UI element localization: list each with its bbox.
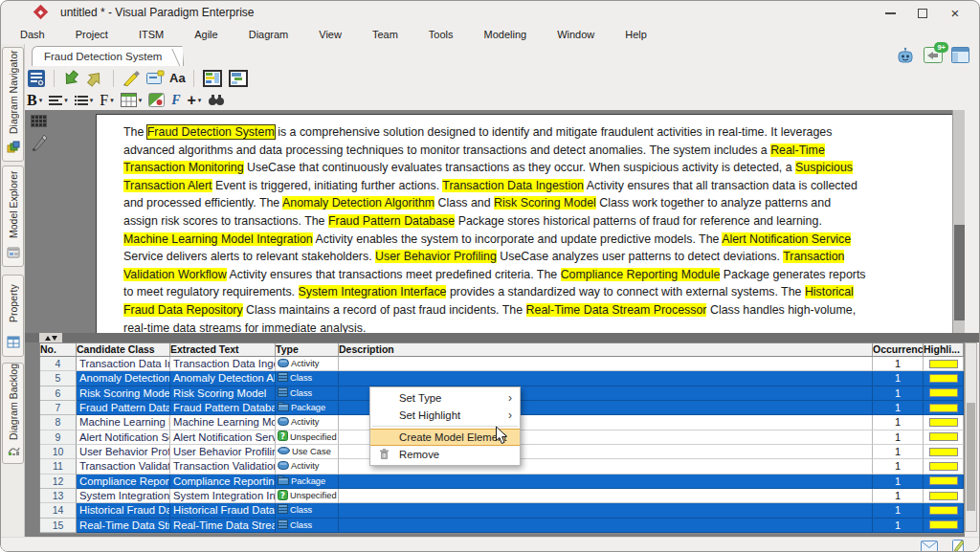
font-button[interactable]: F▾ xyxy=(100,92,113,109)
type-cell[interactable]: Class xyxy=(276,386,339,401)
menu-item-set-highlight[interactable]: Set Highlight› xyxy=(370,407,520,424)
highlighted-term[interactable]: Anomaly Detection Algorithm xyxy=(282,196,434,210)
minimize-button[interactable] xyxy=(874,1,906,25)
highlight-color-cell[interactable] xyxy=(924,371,964,386)
table-row[interactable]: 14Historical Fraud Data RepositoryHistor… xyxy=(40,503,964,518)
menu-item-dash[interactable]: Dash xyxy=(5,27,60,42)
column-header-extractedtext[interactable]: Extracted Text xyxy=(170,343,276,357)
highlight-color-cell[interactable] xyxy=(924,475,964,489)
type-cell[interactable]: Activity xyxy=(276,415,339,430)
extracted-text-cell[interactable]: Fraud Pattern Database xyxy=(170,401,276,415)
align-button[interactable]: ▾ xyxy=(49,96,68,105)
candidate-view-icon[interactable] xyxy=(202,69,223,88)
highlighted-term[interactable]: Compliance Reporting Module xyxy=(561,268,721,281)
table-row[interactable]: 12Compliance Reporting ModuleCompliance … xyxy=(40,475,964,489)
sidebar-tab-property[interactable]: Property xyxy=(2,275,24,357)
highlighted-term[interactable]: Risk Scoring Model xyxy=(494,196,596,210)
table-row[interactable]: 15Real-Time Data Stream ProcessorReal-Ti… xyxy=(40,519,964,533)
type-cell[interactable]: ?Unspecified xyxy=(276,489,339,503)
menu-item-modeling[interactable]: Modeling xyxy=(469,27,543,42)
highlighted-term[interactable]: Transaction Data Ingestion xyxy=(442,179,584,192)
extracted-text-cell[interactable]: Compliance Reporting Module xyxy=(170,475,276,489)
table-header[interactable]: No.Candidate ClassExtracted TextTypeDesc… xyxy=(40,343,964,357)
message-icon[interactable] xyxy=(921,540,938,552)
italic-format-icon[interactable]: F xyxy=(171,93,180,108)
column-header-description[interactable]: Description xyxy=(339,343,873,357)
add-button[interactable]: +▾ xyxy=(188,92,202,109)
grid-tool-icon[interactable] xyxy=(31,115,47,127)
menu-item-itsm[interactable]: ITSM xyxy=(123,27,179,42)
menu-item-window[interactable]: Window xyxy=(542,27,610,42)
announcements-icon[interactable]: 9+ xyxy=(924,47,943,63)
highlighted-term[interactable]: Fraud Detection System xyxy=(147,125,275,139)
column-header-occurrence[interactable]: Occurrence xyxy=(873,343,924,357)
grid-view-icon[interactable] xyxy=(228,69,249,88)
type-cell[interactable]: Package xyxy=(276,475,339,489)
menu-item-help[interactable]: Help xyxy=(610,27,662,42)
callout-icon[interactable] xyxy=(145,70,165,86)
collapse-expand-buttons[interactable] xyxy=(39,333,62,342)
collapse-down-icon[interactable] xyxy=(52,336,57,341)
tab-fraud-detection-system[interactable]: Fraud Detection System xyxy=(32,46,184,66)
description-cell[interactable] xyxy=(339,357,873,371)
column-header-highli[interactable]: Highli... xyxy=(924,343,964,357)
sidebar-tab-diagram-navigator[interactable]: Diagram Navigator xyxy=(2,47,24,162)
highlighter-tool-icon[interactable] xyxy=(31,134,49,156)
highlight-color-cell[interactable] xyxy=(924,401,964,415)
highlighted-term[interactable]: System Integration Interface xyxy=(299,285,447,298)
table-scrollbar-thumb[interactable] xyxy=(967,403,975,511)
extracted-text-cell[interactable]: User Behavior Profiling xyxy=(170,445,276,459)
highlight-color-cell[interactable] xyxy=(924,386,964,401)
type-cell[interactable]: Class xyxy=(276,503,339,518)
panel-layout-icon[interactable] xyxy=(951,47,969,63)
canvas-scrollbar-thumb[interactable] xyxy=(954,225,965,320)
highlight-color-cell[interactable] xyxy=(924,503,964,518)
highlighted-term[interactable]: Machine Learning Model Integration xyxy=(123,232,313,246)
menu-item-agile[interactable]: Agile xyxy=(179,27,233,42)
candidate-class-cell[interactable]: Real-Time Data Stream Processor xyxy=(77,519,170,533)
textual-analysis-icon[interactable] xyxy=(27,69,46,88)
candidate-class-cell[interactable]: Historical Fraud Data Repository xyxy=(77,503,170,518)
extracted-text-cell[interactable]: Anomaly Detection Algorithm xyxy=(170,371,276,386)
highlight-color-cell[interactable] xyxy=(924,445,964,459)
extracted-text-cell[interactable]: Alert Notification Service xyxy=(170,431,276,445)
candidate-class-cell[interactable]: Compliance Reporting Module xyxy=(77,475,170,489)
extracted-text-cell[interactable]: Risk Scoring Model xyxy=(170,386,276,401)
table-row[interactable]: 13System Integration InterfaceSystem Int… xyxy=(40,489,964,503)
description-cell[interactable] xyxy=(339,475,873,489)
menu-item-project[interactable]: Project xyxy=(60,27,123,42)
highlighted-term[interactable]: Fraud Pattern Database xyxy=(328,214,455,228)
candidate-class-cell[interactable]: System Integration Interface xyxy=(77,489,170,503)
candidate-class-cell[interactable]: Machine Learning Model Integration xyxy=(77,415,170,430)
collapse-up-icon[interactable] xyxy=(45,336,51,341)
export-text-icon[interactable] xyxy=(86,70,105,87)
extracted-text-cell[interactable]: Real-Time Data Stream Processor xyxy=(170,519,276,533)
menu-item-diagram[interactable]: Diagram xyxy=(234,27,304,42)
extracted-text-cell[interactable]: Transaction Data Ingestion xyxy=(170,357,276,371)
type-cell[interactable]: Use Case xyxy=(276,445,339,459)
column-header-no[interactable]: No. xyxy=(40,343,77,357)
description-cell[interactable] xyxy=(339,371,873,386)
list-button[interactable]: ▾ xyxy=(75,96,94,105)
highlight-color-cell[interactable] xyxy=(924,459,964,474)
font-style-icon[interactable]: Aa xyxy=(169,71,186,85)
column-header-type[interactable]: Type xyxy=(276,343,339,357)
extracted-text-cell[interactable]: System Integration Interface xyxy=(170,489,276,503)
type-cell[interactable]: Package xyxy=(276,401,339,415)
menu-item-set-type[interactable]: Set Type› xyxy=(370,389,520,407)
highlight-color-cell[interactable] xyxy=(924,431,964,445)
close-button[interactable]: × xyxy=(939,1,971,25)
import-text-icon[interactable] xyxy=(62,70,81,87)
find-icon[interactable] xyxy=(208,94,225,107)
menu-item-team[interactable]: Team xyxy=(357,27,413,42)
sidebar-tab-model-explorer[interactable]: Model Explorer xyxy=(2,166,24,267)
description-cell[interactable] xyxy=(339,519,873,533)
highlighter-icon[interactable] xyxy=(122,70,141,87)
document-page[interactable]: The Fraud Detection System is a comprehe… xyxy=(96,114,963,336)
candidate-class-cell[interactable]: Transaction Data Ingestion xyxy=(77,357,170,371)
description-cell[interactable] xyxy=(339,489,873,503)
candidate-class-cell[interactable]: Risk Scoring Model xyxy=(77,386,170,401)
maximize-button[interactable] xyxy=(906,1,939,25)
ai-assistant-icon[interactable] xyxy=(896,47,915,64)
extracted-text-cell[interactable]: Historical Fraud Data Repository xyxy=(170,503,276,518)
